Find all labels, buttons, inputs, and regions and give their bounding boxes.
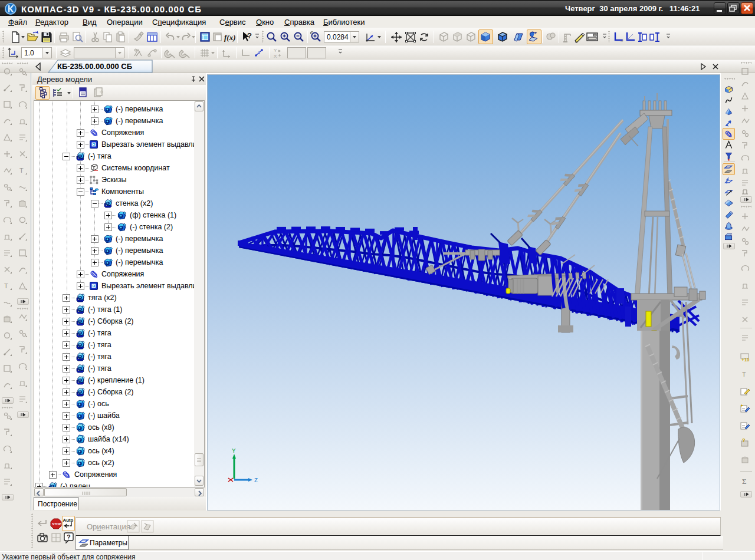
svg-text:T: T [19, 167, 24, 174]
svg-text:КБ-235.00.00.000 СБ: КБ-235.00.00.000 СБ [57, 62, 132, 71]
svg-text:Y: Y [274, 48, 277, 53]
svg-text:Auto: Auto [63, 518, 74, 523]
svg-text:Y: Y [232, 447, 236, 454]
svg-text:Z: Z [254, 477, 258, 484]
svg-text:?: ? [742, 437, 746, 443]
svg-text:?: ? [67, 533, 71, 541]
svg-text:T: T [4, 282, 8, 289]
svg-text:T: T [742, 371, 746, 378]
svg-text:?: ? [247, 31, 252, 40]
svg-text:X: X [274, 54, 277, 59]
svg-text:STOP: STOP [52, 522, 61, 526]
svg-text:f(x): f(x) [224, 33, 236, 42]
svg-text:Σ: Σ [742, 477, 747, 486]
svg-text:+10: +10 [741, 357, 750, 363]
